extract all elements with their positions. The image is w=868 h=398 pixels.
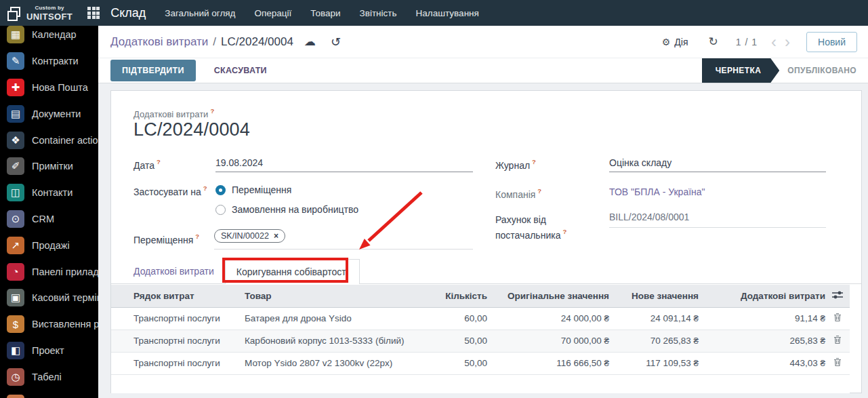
radio-transfer[interactable]: Переміщення: [215, 184, 291, 195]
cell-original-value[interactable]: 70 000,00 ₴: [487, 330, 609, 352]
cell-quantity[interactable]: 60,00: [422, 307, 487, 330]
unitsoft-logo[interactable]: Custom by UNITSOFT: [7, 5, 73, 21]
menu-reporting[interactable]: Звітність: [350, 0, 407, 26]
journal-label: Журнал?: [495, 159, 536, 171]
table-row[interactable]: Транспортні послуги Мотор Ysido 2807 v2 …: [111, 352, 850, 374]
journal-field[interactable]: Оцінка складу: [609, 157, 826, 172]
cell-additional-costs[interactable]: 91,14 ₴: [699, 307, 825, 330]
company-field[interactable]: ТОВ "БПЛА - Україна": [609, 186, 705, 197]
gauge-icon: ◔: [7, 263, 24, 281]
sidebar-item-container-actions[interactable]: ❖ Container actions: [0, 127, 98, 153]
sidebar-item-project[interactable]: ◧ Проект: [0, 338, 98, 364]
sidebar-item-crm[interactable]: ⊙ CRM: [0, 206, 98, 233]
sidebar-item-sales[interactable]: ↗ Продажі: [0, 232, 98, 258]
sidebar-item-calendar[interactable]: ▦ Календар: [0, 26, 98, 48]
cancel-button[interactable]: СКАСУВАТИ: [214, 66, 267, 75]
delete-row-button[interactable]: [825, 330, 850, 352]
table-row[interactable]: Транспортні послуги Карбоновий корпус 10…: [111, 330, 850, 352]
header-original-value[interactable]: Оригінальне значення: [487, 285, 609, 307]
help-icon: ?: [157, 158, 161, 165]
action-menu-button[interactable]: ⚙ Дія: [662, 37, 688, 47]
cloud-upload-icon[interactable]: ☁: [304, 35, 316, 49]
sidebar-item-invoicing[interactable]: $ Виставлення ра...: [0, 311, 98, 338]
cell-product[interactable]: Мотор Ysido 2807 v2 1300kv (22px): [245, 352, 422, 374]
cell-original-value[interactable]: 116 666,50 ₴: [487, 352, 609, 374]
sidebar-item-timesheets[interactable]: ◷ Табелі: [0, 363, 98, 390]
nova-poshta-icon: ✚: [7, 79, 24, 96]
cell-product[interactable]: Батарея для дрона Ysido: [245, 307, 422, 330]
calendar-icon: ▦: [7, 26, 24, 43]
table-row[interactable]: Транспортні послуги Батарея для дрона Ys…: [111, 307, 850, 330]
menu-overview[interactable]: Загальний огляд: [155, 0, 245, 26]
sidebar-item-contacts[interactable]: ◫ Контакти: [0, 180, 98, 206]
cell-product[interactable]: Карбоновий корпус 1013-5333 (білий): [245, 330, 422, 352]
header-cost-line[interactable]: Рядок витрат: [111, 285, 245, 307]
breadcrumb-separator: /: [213, 35, 216, 49]
confirm-button[interactable]: ПІДТВЕРДИТИ: [110, 60, 196, 81]
pager-next-icon[interactable]: ›: [785, 35, 790, 49]
cell-quantity[interactable]: 50,00: [422, 352, 487, 374]
trash-icon: [833, 313, 842, 322]
sidebar-item-nova-poshta[interactable]: ✚ Нова Пошта: [0, 75, 98, 101]
cell-cost-line[interactable]: Транспортні послуги: [111, 352, 245, 374]
cell-new-value[interactable]: 117 109,53 ₴: [609, 352, 699, 374]
sidebar-item-documents[interactable]: ▤ Документи: [0, 100, 98, 127]
state-draft[interactable]: ЧЕРНЕТКА: [702, 58, 780, 83]
cell-cost-line[interactable]: Транспортні послуги: [111, 330, 245, 352]
action-label: Дія: [674, 37, 688, 47]
refresh-icon[interactable]: ↻: [709, 35, 718, 49]
pager-counter: 1 / 1: [736, 37, 758, 47]
sidebar-item-dashboards[interactable]: ◔ Панелі приладів: [0, 258, 98, 285]
delete-row-button[interactable]: [825, 307, 850, 330]
app-name-sklad[interactable]: Склад: [110, 6, 146, 20]
table-empty-row: [111, 374, 850, 393]
help-icon: ?: [210, 107, 214, 115]
sidebar-item-pos[interactable]: ▣ Касовий термін...: [0, 285, 98, 311]
menu-settings[interactable]: Налаштування: [407, 0, 489, 26]
delete-row-button[interactable]: [825, 352, 850, 374]
cell-original-value[interactable]: 24 000,00 ₴: [487, 307, 609, 330]
optional-columns-icon[interactable]: [825, 285, 850, 307]
menu-products[interactable]: Товари: [301, 0, 350, 26]
crm-icon: ⊙: [7, 210, 24, 228]
sidebar-item-notes[interactable]: ✐ Примітки: [0, 153, 98, 180]
transfer-tag[interactable]: SK/IN/00022 ×: [214, 229, 285, 243]
gear-icon: ⚙: [662, 37, 671, 47]
cell-additional-costs[interactable]: 443,03 ₴: [699, 352, 825, 374]
cell-cost-line[interactable]: Транспортні послуги: [111, 307, 245, 330]
notebook-tabs: Додаткові витрати Коригування собівартос…: [111, 259, 861, 284]
vendor-bill-field[interactable]: BILL/2024/08/0001: [609, 212, 826, 228]
cell-quantity[interactable]: 50,00: [422, 330, 487, 352]
pager-prev-icon[interactable]: ‹: [771, 35, 777, 49]
project-icon: ◧: [7, 342, 24, 359]
state-widget: ЧЕРНЕТКА ОПУБЛІКОВАНО: [702, 58, 868, 83]
transfers-field[interactable]: SK/IN/00022 ×: [214, 229, 473, 250]
apps-grid-icon[interactable]: [87, 7, 100, 19]
help-icon: ?: [195, 233, 199, 240]
state-posted[interactable]: ОПУБЛІКОВАНО: [779, 58, 868, 83]
header-quantity[interactable]: Кількість: [422, 285, 487, 307]
overlapping-squares-icon: [7, 5, 22, 20]
radio-selected-icon: [215, 185, 226, 195]
header-additional-costs[interactable]: Додаткові витрати: [699, 285, 825, 307]
undo-icon[interactable]: ↺: [331, 35, 341, 49]
cell-new-value[interactable]: 70 265,83 ₴: [609, 330, 699, 352]
tab-cost-adjustments[interactable]: Коригування собівартості: [225, 259, 360, 284]
sidebar-item-contracts[interactable]: ✎ Контракти: [0, 48, 98, 75]
tag-remove-icon[interactable]: ×: [274, 231, 278, 241]
partial-icon: [7, 395, 24, 398]
cell-additional-costs[interactable]: 265,83 ₴: [699, 330, 825, 352]
header-product[interactable]: Товар: [245, 285, 422, 307]
header-new-value[interactable]: Нове значення: [609, 285, 699, 307]
top-navbar: Custom by UNITSOFT Склад Загальний огляд…: [0, 0, 868, 26]
sidebar-item-partial[interactable]: [0, 390, 98, 398]
new-button[interactable]: Новий: [806, 32, 857, 52]
tab-additional-costs[interactable]: Додаткові витрати: [123, 259, 225, 283]
help-icon: ?: [562, 228, 566, 235]
contract-icon: ✎: [7, 52, 24, 70]
menu-operations[interactable]: Операції: [245, 0, 302, 26]
breadcrumb-parent[interactable]: Додаткові витрати: [110, 35, 208, 49]
date-field[interactable]: 19.08.2024: [215, 157, 473, 172]
radio-manufacturing-order[interactable]: Замовлення на виробництво: [215, 204, 358, 215]
cell-new-value[interactable]: 24 091,14 ₴: [609, 307, 699, 330]
